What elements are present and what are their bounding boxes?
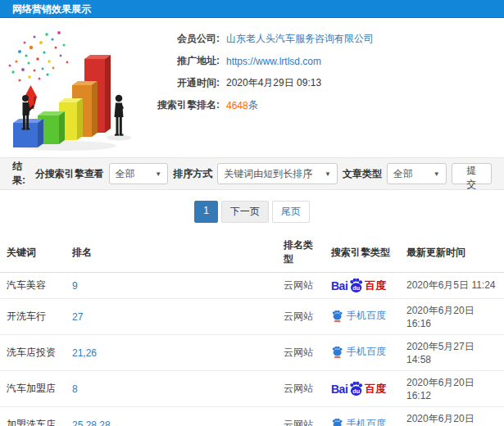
keyword-cell: 洗车店投资 [0,335,66,371]
engine-filter-label: 分搜索引擎查看 [35,167,104,181]
company-link[interactable]: 山东老人头汽车服务咨询有限公司 [226,32,374,46]
mobile-baidu-logo: 手机百度 [331,345,386,359]
chevron-down-icon: ▼ [155,170,161,178]
keyword-cell: 汽车美容 [0,273,66,299]
rank-type-cell: 云网站 [277,371,325,407]
filter-bar: 结果: 分搜索引擎查看 全部 ▼ 排序方式 关键词由短到长排序 ▼ 文章类型 全… [0,157,504,190]
table-row: 汽车加盟店 8 云网站 Bai du 百度 2020年6月20日 16:12 [0,371,504,407]
updated-cell: 2020年6月20日 16:12 [400,371,504,407]
baidu-paw-icon: du [348,381,364,397]
info-row-url: 推广地址: https://www.lrtlsd.com [156,50,504,72]
info-row-ranking-count: 搜索引擎排名: 4648 条 [156,94,504,116]
rank-type-cell: 云网站 [277,299,325,335]
updated-cell: 2020年6月5日 11:24 [400,273,504,299]
keyword-cell: 加盟洗车店 [0,407,66,426]
chevron-down-icon: ▼ [434,170,440,178]
filter-controls: 分搜索引擎查看 全部 ▼ 排序方式 关键词由短到长排序 ▼ 文章类型 全部 ▼ … [35,163,492,184]
article-type-select[interactable]: 全部 ▼ [387,163,447,184]
company-info: 会员公司: 山东老人头汽车服务咨询有限公司 推广地址: https://www.… [156,18,504,116]
engine-cell: Bai du 百度 [325,371,400,407]
article-type-select-value: 全部 [393,167,413,181]
mobile-baidu-paw-icon [331,418,343,426]
info-row-open-time: 开通时间: 2020年4月29日 09:13 [156,72,504,94]
header-updated: 最新更新时间 [400,233,504,273]
rank-cell[interactable]: 27 [66,299,277,335]
chevron-down-icon: ▼ [325,170,331,178]
header-keyword: 关键词 [0,233,66,273]
confetti [9,31,69,82]
rank-cell[interactable]: 21,26 [66,335,277,371]
url-label: 推广地址: [156,54,220,68]
header-rank-type: 排名类型 [277,233,325,273]
sort-filter-label: 排序方式 [173,167,212,181]
rank-cell[interactable]: 9 [66,273,277,299]
engine-select-value: 全部 [116,167,135,181]
svg-text:du: du [352,284,360,292]
header-engine-type: 搜索引擎类型 [325,233,400,273]
article-type-label: 文章类型 [343,167,382,181]
table-header-row: 关键词 排名 排名类型 搜索引擎类型 最新更新时间 [0,233,504,273]
mobile-baidu-paw-icon [331,310,343,322]
engine-cell: Bai du 百度 [325,273,400,299]
businessman-right [115,95,125,136]
ranking-count-label: 搜索引擎排名: [156,98,220,112]
updated-cell: 2020年6月20日 16:16 [400,299,504,335]
updated-cell: 2020年6月20日 16:11 [400,407,504,426]
keyword-cell: 开洗车行 [0,299,66,335]
open-time-value: 2020年4月29日 09:13 [226,76,321,90]
company-label: 会员公司: [156,32,220,46]
rankings-table: 关键词 排名 排名类型 搜索引擎类型 最新更新时间 汽车美容 9 云网站 Bai… [0,233,504,426]
table-row: 加盟洗车店 25,28,28 云网站 手机百度 2020年6月20日 16:11 [0,407,504,426]
result-label: 结果: [12,160,35,188]
page-title: 网络营销效果展示 [0,0,504,18]
header-rank: 排名 [66,233,277,273]
baidu-paw-icon: du [348,278,364,293]
baidu-logo: Bai du 百度 [331,381,386,397]
bar-chart-illustration [2,23,141,152]
open-time-label: 开通时间: [156,76,220,90]
mobile-baidu-logo: 手机百度 [331,417,386,426]
ranking-count-value: 4648 [226,100,248,111]
pagination: 1 下一页 尾页 [0,190,504,233]
rank-type-cell: 云网站 [277,407,325,426]
engine-cell: 手机百度 [325,299,400,335]
sort-select-value: 关键词由短到长排序 [224,167,312,181]
info-section: 会员公司: 山东老人头汽车服务咨询有限公司 推广地址: https://www.… [0,18,504,157]
engine-cell: 手机百度 [325,335,400,371]
mobile-baidu-logo: 手机百度 [331,309,386,323]
table-row: 洗车店投资 21,26 云网站 手机百度 2020年5月27日 14:58 [0,335,504,371]
engine-cell: 手机百度 [325,407,400,426]
rank-type-cell: 云网站 [277,273,325,299]
mobile-baidu-paw-icon [331,346,343,358]
rank-cell[interactable]: 8 [66,371,277,407]
baidu-logo: Bai du 百度 [331,278,386,293]
page-1-button[interactable]: 1 [194,201,218,223]
last-page-button[interactable]: 尾页 [272,201,310,223]
promotion-url-link[interactable]: https://www.lrtlsd.com [226,56,321,67]
table-row: 汽车美容 9 云网站 Bai du 百度 2020年6月5日 11:24 [0,273,504,299]
rank-cell[interactable]: 25,28,28 [66,407,277,426]
updated-cell: 2020年5月27日 14:58 [400,335,504,371]
next-page-button[interactable]: 下一页 [221,201,269,223]
engine-select[interactable]: 全部 ▼ [109,163,169,184]
table-row: 开洗车行 27 云网站 手机百度 2020年6月20日 16:16 [0,299,504,335]
sort-select[interactable]: 关键词由短到长排序 ▼ [217,163,338,184]
svg-text:du: du [352,387,360,395]
info-row-company: 会员公司: 山东老人头汽车服务咨询有限公司 [156,28,504,50]
keyword-cell: 汽车加盟店 [0,371,66,407]
ranking-count-unit: 条 [248,98,258,112]
submit-button[interactable]: 提交 [452,163,492,184]
rank-type-cell: 云网站 [277,335,325,371]
